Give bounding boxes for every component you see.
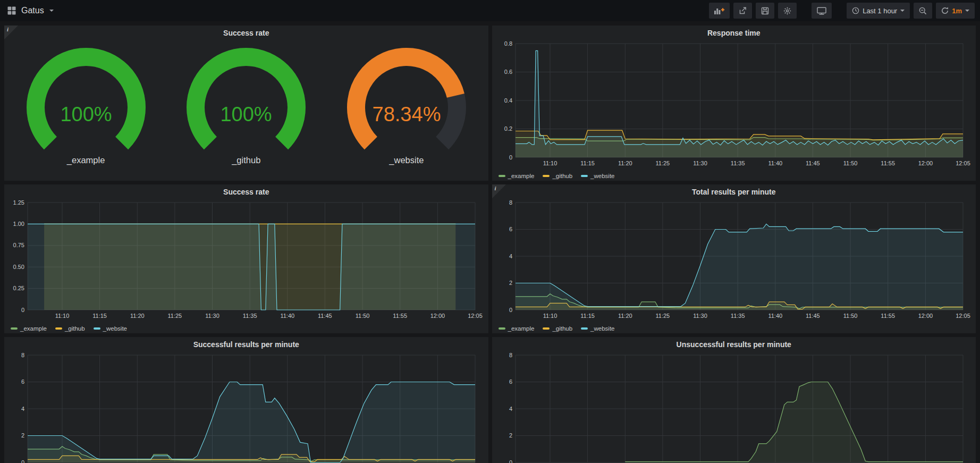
svg-text:0.2: 0.2 bbox=[504, 125, 512, 132]
legend-item-_example[interactable]: _example bbox=[11, 325, 47, 332]
legend-item-_github[interactable]: _github bbox=[543, 325, 572, 332]
legend-item-_example[interactable]: _example bbox=[499, 173, 535, 179]
save-button[interactable] bbox=[756, 3, 774, 19]
chevron-down-icon bbox=[49, 10, 54, 12]
save-icon bbox=[761, 7, 769, 15]
info-icon: i bbox=[495, 185, 496, 191]
legend-marker bbox=[94, 327, 100, 330]
legend-marker bbox=[499, 175, 505, 177]
chart-legend: _example_github_website bbox=[492, 170, 976, 182]
panel-title[interactable]: Success rate bbox=[4, 184, 488, 198]
gauge-value: 100% bbox=[221, 103, 272, 125]
svg-text:2: 2 bbox=[21, 432, 24, 439]
chart: 00.20.40.60.811:1011:1511:2011:2511:3011… bbox=[492, 39, 976, 170]
gauge-label: _example bbox=[7, 155, 165, 165]
svg-text:11:30: 11:30 bbox=[693, 160, 707, 166]
svg-text:0.75: 0.75 bbox=[13, 242, 24, 248]
refresh-picker[interactable]: 1m bbox=[936, 3, 975, 19]
svg-text:11:30: 11:30 bbox=[693, 313, 707, 319]
legend-item-_example[interactable]: _example bbox=[499, 325, 535, 332]
svg-text:4: 4 bbox=[509, 253, 512, 259]
legend-item-_website[interactable]: _website bbox=[581, 325, 614, 332]
svg-text:4: 4 bbox=[509, 406, 512, 412]
chevron-down-icon bbox=[965, 10, 969, 12]
gauge-value: 78.34% bbox=[372, 103, 441, 125]
svg-text:2: 2 bbox=[509, 280, 512, 286]
svg-text:11:15: 11:15 bbox=[92, 313, 107, 319]
chart-svg-unsuccessful_results: 0246811:1011:1511:2011:2511:3011:3511:40… bbox=[496, 351, 971, 463]
legend-label: _website bbox=[590, 325, 614, 332]
share-button[interactable] bbox=[733, 3, 752, 19]
dashboard-grid: i Success rate 100%_example100%_github78… bbox=[0, 21, 980, 463]
chart: 0246811:1011:1511:2011:2511:3011:3511:40… bbox=[4, 351, 488, 463]
gauge-_github: 100%_github bbox=[167, 41, 325, 165]
series-area-_website bbox=[625, 382, 963, 463]
dashboard-picker[interactable]: Gatus bbox=[7, 6, 54, 15]
time-range-picker[interactable]: Last 1 hour bbox=[847, 3, 910, 19]
chart-svg-total_results: 0246811:1011:1511:2011:2511:3011:3511:40… bbox=[496, 198, 971, 321]
legend-label: _example bbox=[508, 325, 535, 332]
svg-text:11:35: 11:35 bbox=[730, 313, 745, 319]
svg-text:11:45: 11:45 bbox=[318, 313, 332, 319]
svg-text:12:05: 12:05 bbox=[956, 313, 970, 319]
svg-text:12:00: 12:00 bbox=[918, 160, 933, 166]
svg-text:0: 0 bbox=[509, 307, 512, 313]
time-range-label: Last 1 hour bbox=[863, 7, 897, 15]
svg-text:2: 2 bbox=[509, 432, 512, 439]
panel-title[interactable]: Successful results per minute bbox=[4, 337, 488, 351]
settings-button[interactable] bbox=[778, 3, 797, 19]
refresh-icon bbox=[941, 7, 949, 14]
chart-svg-success_rate: 00.250.500.751.001.2511:1011:1511:2011:2… bbox=[9, 198, 484, 321]
svg-text:0.50: 0.50 bbox=[13, 264, 24, 270]
panel-title[interactable]: Total results per minute bbox=[492, 184, 976, 198]
chevron-down-icon bbox=[900, 10, 905, 12]
zoom-out-button[interactable] bbox=[914, 3, 932, 19]
panel-title[interactable]: Unsuccessful results per minute bbox=[492, 337, 976, 351]
svg-text:11:55: 11:55 bbox=[881, 160, 895, 166]
svg-text:11:40: 11:40 bbox=[768, 160, 782, 166]
svg-text:11:35: 11:35 bbox=[243, 313, 257, 319]
svg-text:11:20: 11:20 bbox=[130, 313, 145, 319]
dashboard-grid-icon bbox=[7, 6, 16, 15]
panel-response-time: Response time 00.20.40.60.811:1011:1511:… bbox=[492, 26, 976, 181]
svg-text:11:45: 11:45 bbox=[806, 313, 820, 319]
svg-text:0: 0 bbox=[21, 307, 24, 313]
svg-text:0.25: 0.25 bbox=[13, 285, 24, 291]
svg-text:12:05: 12:05 bbox=[468, 313, 483, 319]
panel-successful-results: Successful results per minute 0246811:10… bbox=[4, 337, 488, 463]
svg-text:11:50: 11:50 bbox=[356, 313, 370, 319]
svg-text:6: 6 bbox=[509, 378, 512, 385]
svg-text:11:40: 11:40 bbox=[280, 313, 294, 319]
svg-text:11:35: 11:35 bbox=[730, 160, 745, 166]
legend-item-_github[interactable]: _github bbox=[543, 173, 572, 179]
svg-text:0.6: 0.6 bbox=[504, 69, 512, 75]
panel-info-corner[interactable] bbox=[492, 184, 506, 198]
panel-title[interactable]: Success rate bbox=[4, 26, 488, 39]
legend-marker bbox=[55, 327, 62, 330]
dashboard-title: Gatus bbox=[21, 6, 44, 15]
info-icon: i bbox=[7, 26, 9, 32]
svg-text:11:25: 11:25 bbox=[655, 313, 670, 319]
navbar: Gatus bbox=[0, 0, 980, 21]
legend-item-_website[interactable]: _website bbox=[581, 173, 614, 179]
legend-item-_github[interactable]: _github bbox=[55, 325, 85, 332]
svg-text:11:15: 11:15 bbox=[580, 313, 595, 319]
series-line-_website bbox=[516, 50, 963, 145]
cycle-view-button[interactable] bbox=[812, 3, 832, 19]
panel-title[interactable]: Response time bbox=[492, 26, 976, 39]
gauge-value-arc bbox=[36, 57, 137, 143]
svg-text:11:10: 11:10 bbox=[543, 313, 557, 319]
svg-text:8: 8 bbox=[509, 199, 512, 206]
gauge-_example: 100%_example bbox=[7, 41, 165, 165]
svg-text:1.00: 1.00 bbox=[13, 221, 24, 227]
add-panel-button[interactable] bbox=[709, 3, 730, 19]
svg-text:11:15: 11:15 bbox=[580, 160, 595, 166]
svg-text:0.8: 0.8 bbox=[504, 40, 512, 47]
chart: 0246811:1011:1511:2011:2511:3011:3511:40… bbox=[492, 198, 976, 323]
panel-info-corner[interactable] bbox=[4, 26, 18, 39]
legend-item-_website[interactable]: _website bbox=[94, 325, 127, 332]
svg-text:11:30: 11:30 bbox=[205, 313, 219, 319]
svg-text:11:50: 11:50 bbox=[843, 313, 857, 319]
svg-text:11:20: 11:20 bbox=[618, 160, 632, 166]
series-area-_website bbox=[516, 224, 963, 310]
